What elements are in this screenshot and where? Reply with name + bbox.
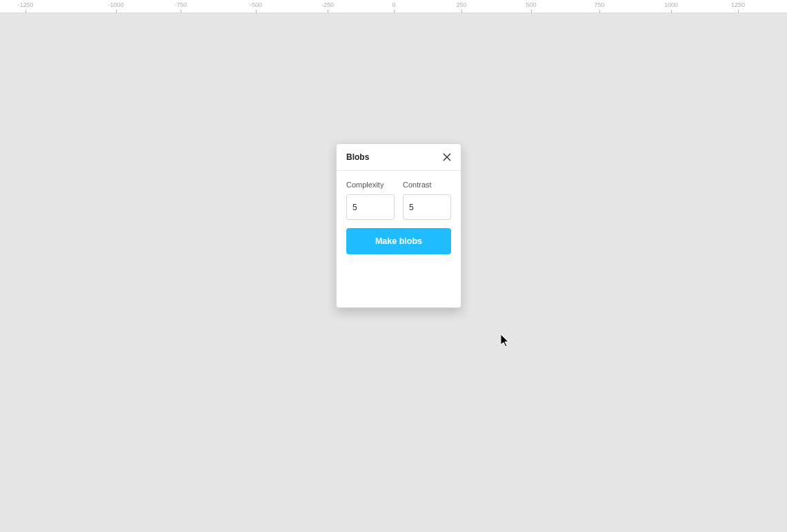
- ruler-tick-label: -1000: [108, 1, 123, 8]
- blobs-dialog: Blobs Complexity Contrast Make blobs: [336, 143, 461, 308]
- horizontal-ruler[interactable]: -1250-1000-750-500-250025050075010001250: [0, 0, 787, 13]
- dialog-header: Blobs: [337, 144, 461, 171]
- ruler-tick-label: 500: [526, 1, 536, 8]
- ruler-tick-label: -250: [321, 1, 334, 8]
- ruler-tick-label: -750: [175, 1, 187, 8]
- ruler-tick-label: 1250: [731, 1, 745, 8]
- field-row: Complexity Contrast: [346, 181, 451, 220]
- ruler-tick-label: -500: [250, 1, 262, 8]
- dialog-body: Complexity Contrast Make blobs: [337, 171, 461, 254]
- make-blobs-button[interactable]: Make blobs: [346, 228, 451, 254]
- complexity-field-group: Complexity: [346, 181, 395, 220]
- dialog-title: Blobs: [346, 152, 369, 162]
- ruler-tick-label: 1000: [664, 1, 678, 8]
- ruler-tick-label: 0: [392, 1, 395, 8]
- ruler-tick-label: 250: [456, 1, 466, 8]
- close-icon[interactable]: [443, 153, 451, 161]
- contrast-label: Contrast: [403, 181, 451, 189]
- contrast-input[interactable]: [403, 194, 451, 220]
- complexity-label: Complexity: [346, 181, 395, 189]
- complexity-input[interactable]: [346, 194, 395, 220]
- ruler-tick-label: 750: [594, 1, 604, 8]
- contrast-field-group: Contrast: [403, 181, 451, 220]
- ruler-tick-label: -1250: [17, 1, 33, 8]
